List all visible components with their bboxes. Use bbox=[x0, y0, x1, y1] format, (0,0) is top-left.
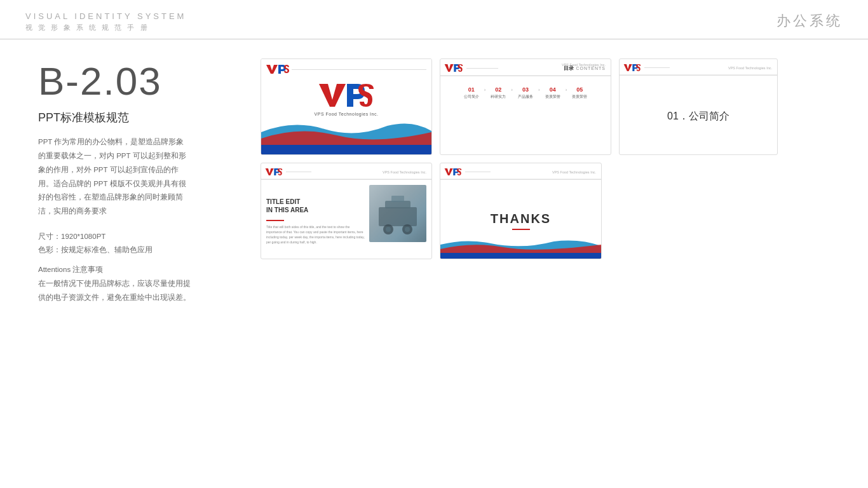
toc-item-4: 04 资质荣誉 bbox=[545, 86, 560, 100]
slides-row-1: VPS Food Technologies Inc. bbox=[261, 58, 843, 155]
slide3-brand: VPS Food Technologies Inc. bbox=[728, 66, 772, 70]
svg-point-7 bbox=[405, 227, 410, 232]
header: VISUAL IDENTITY SYSTEM 视 觉 形 象 系 统 规 范 手… bbox=[0, 0, 868, 39]
toc-arrow-1: › bbox=[484, 87, 486, 93]
slide2-logo-line bbox=[466, 68, 498, 69]
svg-rect-8 bbox=[440, 253, 601, 259]
slide3-header: VPS Food Technologies Inc. bbox=[620, 59, 777, 75]
section-title: PPT标准模板规范 bbox=[38, 110, 235, 125]
toc-label-5: 资质荣管 bbox=[572, 94, 587, 100]
slide-thanks: VPS Food Technologies Inc. THANKS bbox=[440, 163, 602, 259]
content-text-area: TITLE EDITIN THIS AREA Title that will b… bbox=[266, 185, 365, 257]
slide4-header: VPS Food Technologies Inc. bbox=[261, 163, 431, 179]
thanks-inner: THANKS bbox=[491, 212, 551, 230]
spec-color: 色彩：按规定标准色、辅助色应用 bbox=[38, 243, 235, 257]
slide3-logo-line bbox=[644, 67, 670, 68]
slide4-brand: VPS Food Technologies Inc. bbox=[383, 170, 426, 174]
header-title-en: VISUAL IDENTITY SYSTEM bbox=[25, 11, 186, 21]
toc-item-2: 02 科研实力 bbox=[491, 86, 506, 100]
thanks-red-line bbox=[512, 229, 530, 230]
toc-num-3: 03 bbox=[522, 86, 529, 93]
slide2-logo-icon bbox=[444, 63, 463, 73]
section-desc: PPT 作为常用的办公物料，是塑造品牌形象的重要载体之一，对内 PPT 可以起到… bbox=[38, 135, 191, 219]
toc-label-3: 产品服务 bbox=[518, 94, 533, 100]
slide5-header: VPS Food Technologies Inc. bbox=[440, 163, 601, 179]
toc-item-5: 05 资质荣管 bbox=[572, 86, 587, 100]
toc-items-list: 01 公司简介 › 02 科研实力 › 03 产品服务 › bbox=[440, 76, 611, 105]
slide2-header: 目录 CONTENTS bbox=[440, 59, 611, 76]
toc-item-3: 03 产品服务 bbox=[518, 86, 533, 100]
cover-brand-name: VPS Food Technologies Inc. bbox=[315, 112, 379, 116]
slide5-brand: VPS Food Technologies Inc. bbox=[552, 170, 596, 174]
svg-rect-1 bbox=[379, 207, 417, 226]
spec-block: 尺寸：1920*1080PT 色彩：按规定标准色、辅助色应用 bbox=[38, 230, 235, 256]
svg-rect-0 bbox=[261, 145, 431, 154]
thanks-wave-svg bbox=[440, 238, 601, 259]
slides-row-2: VPS Food Technologies Inc. TITLE EDITIN … bbox=[261, 163, 843, 259]
slide-content: VPS Food Technologies Inc. TITLE EDITIN … bbox=[261, 163, 432, 259]
toc-num-5: 05 bbox=[576, 86, 583, 93]
cover-center: VPS Food Technologies Inc. bbox=[261, 78, 431, 119]
slide-content-inner: VPS Food Technologies Inc. TITLE EDITIN … bbox=[261, 163, 431, 259]
header-title-cn: 视 觉 形 象 系 统 规 范 手 册 bbox=[25, 23, 186, 32]
slide-cover-inner: VPS Food Technologies Inc. bbox=[261, 59, 431, 154]
toc-label-2: 科研实力 bbox=[491, 94, 506, 100]
chapter-content: 01．公司简介 bbox=[620, 76, 777, 155]
header-left: VISUAL IDENTITY SYSTEM 视 觉 形 象 系 统 规 范 手… bbox=[25, 11, 186, 32]
slide-cover: VPS Food Technologies Inc. bbox=[261, 58, 432, 155]
content-body-text: Title that will both sides of this title… bbox=[266, 224, 365, 245]
slide4-logo-line bbox=[286, 172, 311, 172]
slide4-body: TITLE EDITIN THIS AREA Title that will b… bbox=[261, 180, 431, 259]
slide-toc: 目录 CONTENTS 01 公司简介 › 02 bbox=[440, 58, 611, 155]
slide-thanks-inner: VPS Food Technologies Inc. THANKS bbox=[440, 163, 601, 259]
slides-panel: VPS Food Technologies Inc. bbox=[261, 58, 843, 305]
slide3-logo-icon bbox=[623, 63, 641, 72]
toc-num-2: 02 bbox=[495, 86, 501, 93]
slide-chapter-inner: VPS Food Technologies Inc. 01．公司简介 bbox=[620, 59, 777, 154]
content-image bbox=[369, 185, 426, 242]
svg-point-6 bbox=[386, 227, 391, 232]
header-title-right: 办公系统 bbox=[776, 11, 843, 30]
slide-toc-inner: 目录 CONTENTS 01 公司简介 › 02 bbox=[440, 59, 611, 154]
attention-title: Attentions 注意事项 bbox=[38, 265, 235, 274]
toc-label-1: 公司简介 bbox=[464, 94, 479, 100]
machinery-svg bbox=[372, 188, 423, 239]
left-panel: B-2.03 PPT标准模板规范 PPT 作为常用的办公物料，是塑造品牌形象的重… bbox=[38, 58, 235, 305]
svg-rect-3 bbox=[391, 196, 404, 202]
content-title: TITLE EDITIN THIS AREA bbox=[266, 198, 365, 214]
slide5-logo-icon bbox=[444, 167, 462, 177]
attention-desc: 在一般情况下使用品牌标志，应该尽量使用提供的电子资源文件，避免在重绘中出现误差。 bbox=[38, 277, 191, 305]
slide1-header bbox=[261, 59, 431, 78]
toc-arrow-3: › bbox=[538, 87, 540, 93]
cover-wave-svg bbox=[261, 119, 431, 154]
main-content: B-2.03 PPT标准模板规范 PPT 作为常用的办公物料，是塑造品牌形象的重… bbox=[0, 39, 868, 318]
cover-logo-big bbox=[318, 81, 375, 110]
toc-label-4: 资质荣誉 bbox=[545, 94, 560, 100]
red-divider-line bbox=[266, 220, 284, 221]
toc-num-1: 01 bbox=[468, 86, 475, 93]
slide-chapter: VPS Food Technologies Inc. 01．公司简介 bbox=[619, 58, 778, 155]
section-code: B-2.03 bbox=[38, 58, 235, 104]
toc-arrow-4: › bbox=[566, 87, 567, 93]
chapter-number: 01．公司简介 bbox=[667, 110, 729, 123]
slide2-brand: VPS Food Technologies Inc. bbox=[562, 63, 606, 67]
thanks-label: THANKS bbox=[491, 212, 551, 226]
logo-divider bbox=[292, 69, 426, 70]
slide5-logo-line bbox=[465, 172, 491, 172]
toc-item-1: 01 公司简介 bbox=[464, 86, 479, 100]
vps-logo-icon bbox=[265, 63, 289, 76]
toc-num-4: 04 bbox=[550, 86, 556, 93]
spec-size: 尺寸：1920*1080PT bbox=[38, 230, 235, 243]
toc-arrow-2: › bbox=[511, 87, 513, 93]
slide4-logo-icon bbox=[265, 167, 283, 177]
